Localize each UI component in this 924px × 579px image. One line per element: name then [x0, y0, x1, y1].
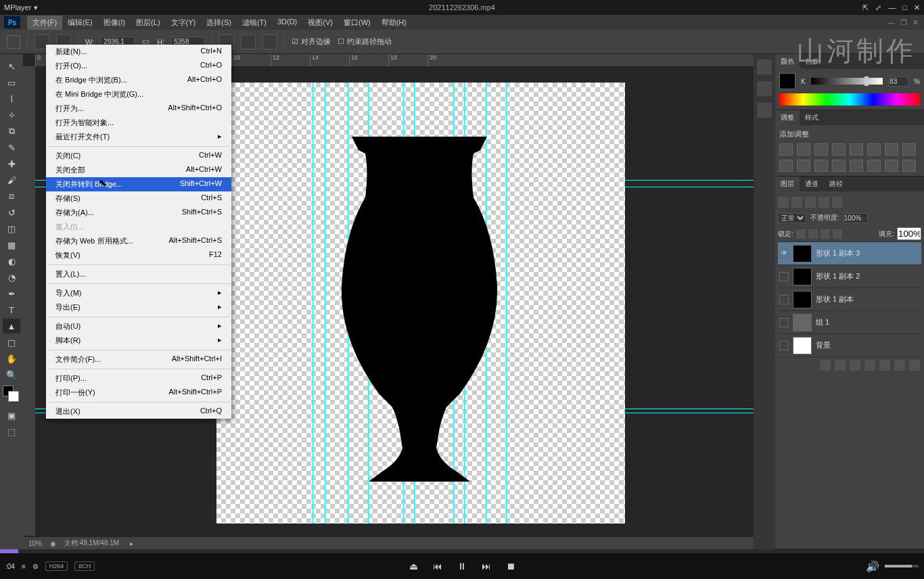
tab-paths[interactable]: 路径 [824, 177, 848, 191]
wand-tool[interactable]: ✧ [3, 108, 20, 122]
guide-v[interactable] [313, 83, 313, 524]
menu-3[interactable]: 图层(L) [131, 16, 165, 30]
adjust-icon[interactable] [814, 160, 828, 172]
check-icon[interactable]: ☑ [292, 37, 298, 46]
path-select-tool[interactable]: ▲ [3, 319, 20, 333]
menu-item[interactable]: 最近打开文件(T)▸ [46, 130, 231, 144]
visibility-icon[interactable] [779, 295, 789, 304]
visibility-icon[interactable]: 👁 [779, 249, 789, 258]
adjust-icon[interactable] [902, 160, 916, 172]
stamp-tool[interactable]: ⧈ [3, 189, 20, 204]
heal-tool[interactable]: ✚ [3, 156, 20, 171]
fx-icon[interactable] [835, 360, 846, 371]
character-icon[interactable] [757, 103, 772, 118]
menu-item[interactable]: 在 Bridge 中浏览(B)...Alt+Ctrl+O [46, 73, 231, 87]
seek-bar[interactable] [0, 549, 924, 553]
menu-1[interactable]: 编辑(E) [62, 16, 98, 30]
adjust-icon[interactable] [832, 143, 846, 156]
menu-item[interactable]: 导出(E)▸ [46, 300, 231, 315]
menu-item[interactable]: 存储为(A)...Shift+Ctrl+S [46, 206, 231, 220]
layer-row[interactable]: 组 1 [778, 311, 921, 334]
history-brush-tool[interactable]: ↺ [3, 205, 20, 220]
menu-item[interactable]: 打开为智能对象... [46, 116, 231, 130]
adjust-icon[interactable] [885, 143, 898, 156]
opacity-input[interactable] [844, 213, 868, 223]
menu-2[interactable]: 图像(I) [98, 16, 131, 30]
marquee-tool[interactable]: ▭ [3, 75, 20, 90]
filter-icon[interactable] [778, 197, 789, 208]
background-color[interactable] [8, 391, 19, 402]
quickmask-icon[interactable]: ▣ [3, 408, 20, 423]
menu-item[interactable]: 退出(X)Ctrl+Q [46, 404, 231, 419]
brush-tool[interactable]: 🖌 [3, 172, 20, 187]
playlist-icon[interactable]: ≡ [22, 563, 26, 570]
menu-item[interactable]: 恢复(V)F12 [46, 248, 231, 262]
compact-icon[interactable]: ⤢ [875, 3, 881, 12]
chevron-right-icon[interactable]: ▸ [130, 540, 133, 547]
menu-item[interactable]: 打开为...Alt+Shift+Ctrl+O [46, 101, 231, 116]
eject-icon[interactable]: ⏏ [409, 561, 418, 572]
menu-item[interactable]: 脚本(R)▸ [46, 333, 231, 348]
dodge-tool[interactable]: ◔ [3, 270, 20, 285]
pause-icon[interactable]: ⏸ [457, 561, 467, 572]
pin-icon[interactable]: ⇱ [862, 3, 869, 12]
menu-7[interactable]: 3D(D) [272, 16, 302, 30]
menu-item[interactable]: 自动(U)▸ [46, 319, 231, 333]
k-value[interactable] [888, 76, 908, 87]
filter-mode-icon[interactable] [832, 197, 843, 208]
history-icon[interactable] [757, 60, 772, 74]
screen-mode-icon[interactable]: ⬚ [3, 424, 20, 439]
guide-v[interactable] [325, 83, 325, 524]
menu-item[interactable]: 在 Mini Bridge 中浏览(G)... [46, 87, 231, 101]
adjust-icon[interactable] [832, 160, 846, 172]
type-tool[interactable]: T [3, 302, 20, 317]
adjust-icon[interactable] [779, 143, 793, 156]
adjust-icon[interactable] [850, 143, 863, 156]
zoom-icon[interactable]: ◉ [50, 540, 56, 547]
layer-row[interactable]: 形状 1 副本 2 [778, 265, 921, 288]
align-icon-3[interactable] [262, 34, 277, 49]
zoom-level[interactable]: 10% [28, 540, 42, 547]
color-swatch[interactable] [779, 73, 795, 89]
properties-icon[interactable] [757, 81, 772, 96]
prev-icon[interactable]: ⏮ [433, 561, 442, 572]
crop-tool[interactable]: ⧉ [3, 124, 20, 139]
next-icon[interactable]: ⏭ [482, 561, 491, 572]
menu-4[interactable]: 文字(Y) [166, 16, 202, 30]
settings-icon[interactable]: ⚙ [32, 563, 39, 570]
menu-6[interactable]: 滤镜(T) [237, 16, 272, 30]
filter-name-icon[interactable] [805, 197, 816, 208]
guide-v[interactable] [506, 83, 507, 524]
k-slider[interactable] [811, 78, 883, 85]
ps-close-icon[interactable]: ✕ [913, 18, 919, 27]
menu-9[interactable]: 窗口(W) [338, 16, 376, 30]
lasso-tool[interactable]: ⌇ [3, 91, 20, 106]
visibility-icon[interactable] [779, 341, 789, 350]
filter-kind-icon[interactable] [791, 197, 802, 208]
stop-icon[interactable]: ⏹ [506, 561, 515, 572]
menu-0[interactable]: 文件(F) [27, 16, 62, 30]
adjust-icon[interactable] [902, 143, 916, 156]
adjust-icon[interactable] [814, 143, 828, 156]
blur-tool[interactable]: ◐ [3, 254, 20, 269]
layer-row[interactable]: 背景 [778, 334, 921, 357]
lock-pixels-icon[interactable] [808, 229, 818, 239]
menu-10[interactable]: 帮助(H) [376, 16, 412, 30]
current-tool-icon[interactable] [7, 35, 20, 49]
adjustment-layer-icon[interactable] [864, 360, 875, 371]
move-tool[interactable]: ↖ [3, 59, 20, 74]
document[interactable] [216, 83, 625, 524]
menu-item[interactable]: 置入(L)... [46, 267, 231, 281]
filter-effect-icon[interactable] [818, 197, 829, 208]
adjust-icon[interactable] [797, 160, 810, 172]
check-icon-2[interactable]: ☐ [338, 37, 344, 46]
dropdown-icon[interactable]: ▾ [34, 3, 38, 12]
adjust-icon[interactable] [850, 160, 863, 172]
fill-input[interactable] [897, 227, 921, 240]
adjust-icon[interactable] [779, 160, 793, 172]
adjust-icon[interactable] [797, 143, 810, 156]
hand-tool[interactable]: ✋ [3, 351, 20, 366]
volume-icon[interactable]: 🔊 [866, 560, 879, 573]
ps-restore-icon[interactable]: ❐ [900, 18, 907, 27]
tab-color[interactable]: 颜色 [775, 54, 800, 69]
